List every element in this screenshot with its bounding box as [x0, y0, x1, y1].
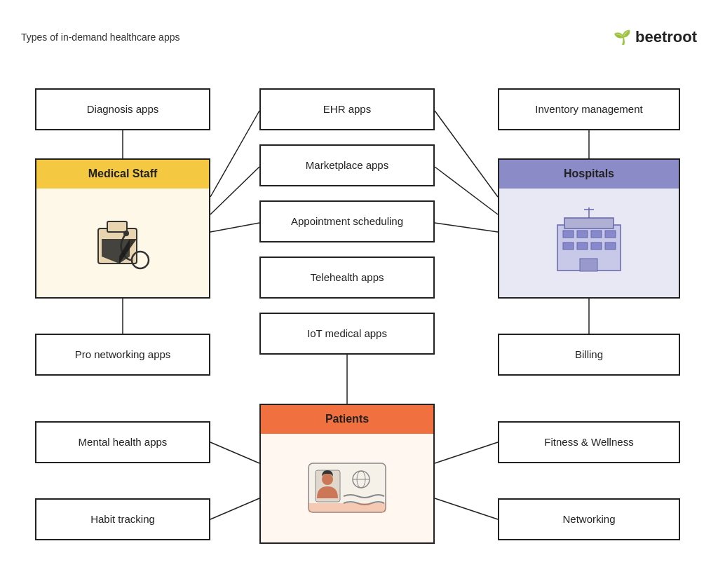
medical-staff-header: Medical Staff: [36, 160, 209, 189]
svg-rect-26: [605, 231, 616, 238]
box-diagnosis: Diagnosis apps: [35, 88, 210, 130]
box-appointment: Appointment scheduling: [259, 200, 435, 242]
svg-rect-30: [605, 242, 616, 249]
svg-line-14: [435, 498, 498, 519]
svg-rect-38: [309, 503, 386, 512]
brand-icon: 🌱: [614, 29, 631, 46]
box-pro-networking: Pro networking apps: [35, 334, 210, 376]
box-medical-staff: Medical Staff: [35, 158, 210, 299]
box-inventory: Inventory management: [498, 88, 680, 130]
svg-rect-28: [577, 242, 588, 249]
box-hospitals: Hospitals: [498, 158, 680, 299]
diagram: EHR apps Marketplace apps Appointment sc…: [21, 67, 694, 572]
svg-rect-16: [107, 221, 127, 232]
box-iot: IoT medical apps: [259, 313, 435, 355]
svg-line-5: [210, 111, 259, 197]
box-billing: Billing: [498, 334, 680, 376]
svg-rect-25: [591, 231, 602, 238]
brand-name: beetroot: [635, 28, 697, 46]
svg-line-8: [435, 111, 498, 197]
box-mental-health: Mental health apps: [35, 421, 210, 463]
box-fitness: Fitness & Wellness: [498, 421, 680, 463]
svg-rect-24: [577, 231, 588, 238]
patient-icon: [302, 449, 393, 526]
hospitals-body: [499, 189, 679, 297]
patients-body: [261, 434, 433, 542]
box-telehealth: Telehealth apps: [259, 257, 435, 299]
svg-line-7: [210, 223, 259, 232]
svg-point-34: [322, 474, 333, 485]
box-habit: Habit tracking: [35, 498, 210, 540]
svg-line-9: [435, 167, 498, 214]
box-marketplace: Marketplace apps: [259, 144, 435, 186]
medical-staff-icon: [81, 200, 165, 285]
brand: 🌱 beetroot: [614, 28, 697, 46]
svg-line-11: [210, 442, 259, 463]
patients-header: Patients: [261, 405, 433, 434]
svg-line-13: [435, 442, 498, 463]
box-patients: Patients: [259, 404, 435, 544]
page-container: Types of in-demand healthcare apps 🌱 bee…: [0, 0, 718, 588]
svg-rect-29: [591, 242, 602, 249]
page-title: Types of in-demand healthcare apps: [21, 32, 180, 43]
svg-rect-20: [564, 218, 614, 228]
hospital-icon: [543, 200, 635, 285]
header: Types of in-demand healthcare apps 🌱 bee…: [21, 28, 697, 46]
box-ehr: EHR apps: [259, 88, 435, 130]
medical-staff-body: [36, 189, 209, 297]
svg-point-18: [123, 231, 129, 236]
svg-line-6: [210, 167, 259, 214]
hospitals-header: Hospitals: [499, 160, 679, 189]
svg-line-10: [435, 223, 498, 232]
svg-rect-27: [563, 242, 574, 249]
box-networking: Networking: [498, 498, 680, 540]
svg-rect-31: [580, 259, 597, 271]
svg-line-12: [210, 498, 259, 519]
svg-rect-23: [563, 231, 574, 238]
